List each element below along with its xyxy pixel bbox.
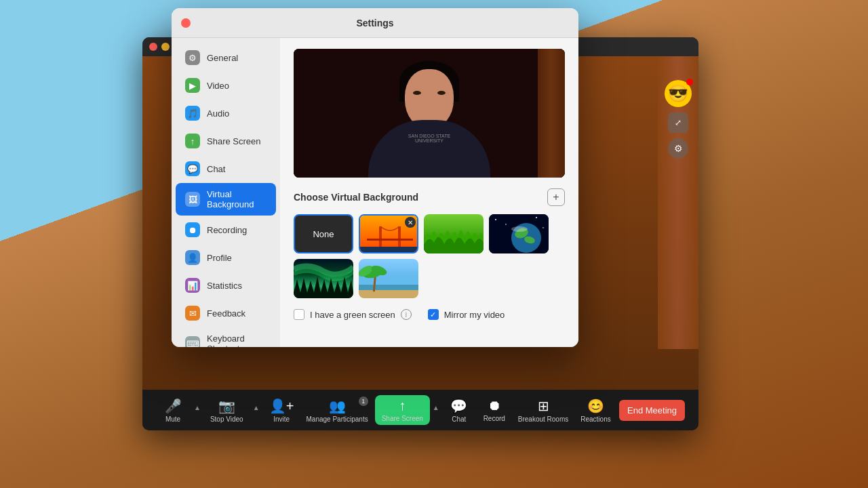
statistics-icon: 📊 xyxy=(185,278,200,293)
toolbar-center: 👤+ Invite 👥 Manage Participants 1 ↑ Shar… xyxy=(264,395,616,426)
svg-rect-4 xyxy=(360,247,418,252)
settings-titlebar: Settings xyxy=(172,8,578,38)
mute-chevron[interactable]: ▲ xyxy=(193,404,202,411)
sidebar-label-virtual: Virtual Background xyxy=(207,189,267,209)
mute-button[interactable]: 🎤 Mute xyxy=(156,395,190,426)
svg-point-9 xyxy=(542,227,544,228)
invite-icon: 👤+ xyxy=(269,398,294,414)
choose-bg-title: Choose Virtual Background xyxy=(294,192,418,203)
options-row: I have a green screen i ✓ Mirror my vide… xyxy=(294,309,565,320)
share-icon: ↑ xyxy=(399,398,406,413)
end-meeting-button[interactable]: End Meeting xyxy=(619,400,685,421)
settings-close-button[interactable] xyxy=(181,18,191,28)
settings-title: Settings xyxy=(356,18,393,28)
sidebar-label-video: Video xyxy=(207,81,229,91)
expand-button[interactable]: ⤢ xyxy=(668,113,688,133)
stop-video-label: Stop Video xyxy=(210,415,243,423)
participant-count: 1 xyxy=(359,396,368,406)
sidebar-item-recording[interactable]: ⏺ Recording xyxy=(176,216,276,243)
participants-icon: 👥 xyxy=(329,398,346,414)
share-screen-button[interactable]: ↑ Share Screen xyxy=(375,395,430,425)
settings-content: SAN DIEGO STATEUNIVERSITY Choose Virtual… xyxy=(280,38,578,347)
background-grid: None xyxy=(294,214,565,298)
background-aurora[interactable] xyxy=(294,259,353,298)
record-icon: ⏺ xyxy=(488,398,501,413)
meeting-toolbar: 🎤 Mute ▲ 📷 Stop Video ▲ 👤+ Invite 👥 Mana… xyxy=(142,390,698,430)
wall-texture xyxy=(538,49,565,178)
none-label: None xyxy=(313,229,334,239)
reactions-icon: 😊 xyxy=(587,398,604,414)
invite-label: Invite xyxy=(273,415,290,423)
window-close-btn[interactable] xyxy=(149,43,157,51)
settings-body: ⚙ General ▶ Video 🎵 Audio ↑ Share Screen… xyxy=(172,38,578,347)
background-beach[interactable] xyxy=(359,259,418,298)
mirror-video-group: ✓ Mirror my video xyxy=(428,309,505,320)
background-earth[interactable] xyxy=(489,214,549,253)
sidebar-item-audio[interactable]: 🎵 Audio xyxy=(176,100,276,127)
toolbar-left: 🎤 Mute ▲ 📷 Stop Video ▲ xyxy=(156,395,261,426)
section-header: Choose Virtual Background + xyxy=(294,188,565,206)
mirror-video-checkbox[interactable]: ✓ xyxy=(428,309,439,320)
share-chevron[interactable]: ▲ xyxy=(431,404,441,411)
video-chevron[interactable]: ▲ xyxy=(252,404,261,411)
settings-sidebar: ⚙ General ▶ Video 🎵 Audio ↑ Share Screen… xyxy=(172,38,280,347)
feedback-icon: ✉ xyxy=(185,306,200,321)
sidebar-label-feedback: Feedback xyxy=(207,308,245,319)
sidebar-item-statistics[interactable]: 📊 Statistics xyxy=(176,272,276,299)
virtual-bg-icon: 🖼 xyxy=(185,192,200,207)
chat-icon: 💬 xyxy=(450,398,467,414)
keyboard-icon: ⌨ xyxy=(185,336,200,347)
sidebar-item-keyboard-shortcuts[interactable]: ⌨ Keyboard Shortcuts xyxy=(176,327,276,347)
reactions-button[interactable]: 😊 Reactions xyxy=(575,395,616,426)
mirror-video-label: Mirror my video xyxy=(444,310,505,320)
sidebar-item-share-screen[interactable]: ↑ Share Screen xyxy=(176,127,276,155)
sidebar-item-profile[interactable]: 👤 Profile xyxy=(176,244,276,271)
invite-button[interactable]: 👤+ Invite xyxy=(264,395,300,426)
preview-video: SAN DIEGO STATEUNIVERSITY xyxy=(294,49,565,178)
background-golden-gate[interactable]: ✕ San Francisco xyxy=(359,214,418,253)
record-button[interactable]: ⏺ Record xyxy=(477,395,511,425)
breakout-rooms-button[interactable]: ⊞ Breakout Rooms xyxy=(513,395,574,426)
sidebar-label-recording: Recording xyxy=(207,225,247,235)
settings-gear-button[interactable]: ⚙ xyxy=(668,138,688,159)
green-screen-label: I have a green screen xyxy=(310,310,395,320)
share-screen-label: Share Screen xyxy=(382,415,423,422)
sidebar-item-general[interactable]: ⚙ General xyxy=(176,44,276,71)
recording-icon: ⏺ xyxy=(185,222,200,237)
chat-icon: 💬 xyxy=(185,161,200,176)
settings-panel: Settings ⚙ General ▶ Video 🎵 Audio ↑ Sha… xyxy=(172,8,578,347)
add-background-button[interactable]: + xyxy=(547,188,565,206)
delete-background-button[interactable]: ✕ xyxy=(405,217,416,228)
video-icon: 📷 xyxy=(218,398,235,414)
sidebar-item-video[interactable]: ▶ Video xyxy=(176,72,276,99)
green-screen-checkbox[interactable] xyxy=(294,309,304,320)
manage-participants-button[interactable]: 👥 Manage Participants 1 xyxy=(301,395,374,426)
background-grass[interactable] xyxy=(424,214,484,253)
sidebar-item-feedback[interactable]: ✉ Feedback xyxy=(176,300,276,327)
general-icon: ⚙ xyxy=(185,50,200,65)
svg-rect-3 xyxy=(367,239,413,241)
background-none[interactable]: None xyxy=(294,214,353,253)
sidebar-item-chat[interactable]: 💬 Chat xyxy=(176,155,276,182)
window-minimize-btn[interactable] xyxy=(161,43,170,51)
share-icon: ↑ xyxy=(185,134,200,148)
toolbar-right: End Meeting xyxy=(619,400,685,421)
video-icon: ▶ xyxy=(185,78,200,93)
green-screen-info-icon[interactable]: i xyxy=(401,309,412,320)
reactions-label: Reactions xyxy=(580,415,610,423)
chat-button[interactable]: 💬 Chat xyxy=(442,395,476,426)
breakout-icon: ⊞ xyxy=(538,398,549,414)
sidebar-label-share: Share Screen xyxy=(207,136,261,146)
participants-label: Manage Participants xyxy=(307,415,368,423)
notification-badge xyxy=(686,79,693,85)
green-screen-group: I have a green screen i xyxy=(294,309,412,320)
svg-rect-17 xyxy=(359,290,418,298)
sidebar-label-statistics: Statistics xyxy=(207,281,242,291)
audio-icon: 🎵 xyxy=(185,106,200,121)
chat-label: Chat xyxy=(452,415,466,423)
profile-icon: 👤 xyxy=(185,250,200,265)
top-right-controls: 😎 ⤢ ⚙ xyxy=(665,80,692,159)
sidebar-item-virtual-background[interactable]: 🖼 Virtual Background xyxy=(176,183,276,216)
stop-video-button[interactable]: 📷 Stop Video xyxy=(205,395,249,426)
svg-point-7 xyxy=(505,224,507,225)
